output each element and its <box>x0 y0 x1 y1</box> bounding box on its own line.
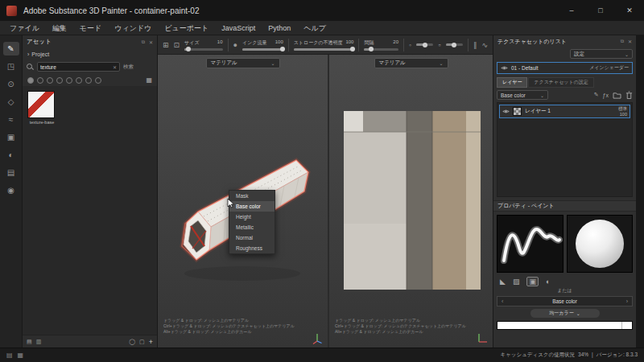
paint-tool-icon[interactable]: ✎ <box>3 42 19 56</box>
filter-smart-masks-icon[interactable] <box>56 77 63 84</box>
menu-python[interactable]: Python <box>262 21 297 35</box>
log-icon[interactable]: ▤ <box>6 352 13 359</box>
filter-materials-icon[interactable] <box>37 77 43 84</box>
eraser-tool-icon[interactable]: ◳ <box>3 60 19 73</box>
settings-dropdown[interactable]: 設定 ⌄ <box>570 49 633 59</box>
jitter-icon[interactable]: ▫ <box>438 41 440 49</box>
grid-view-icon[interactable]: ▦ <box>146 76 152 84</box>
menu-item-metallic[interactable]: Metallic <box>229 222 275 232</box>
menu-item-base-color[interactable]: Base color <box>229 201 275 212</box>
add-asset-button[interactable]: + <box>149 338 153 346</box>
minimize-button[interactable]: – <box>557 0 586 21</box>
list-view-icon[interactable]: ▤ <box>27 339 32 345</box>
filter-filters-icon[interactable] <box>66 77 72 84</box>
jitter-slider[interactable] <box>446 43 463 46</box>
menu-javascript[interactable]: JavaScript <box>215 21 262 35</box>
angle-icon[interactable]: ◦ <box>409 41 411 49</box>
menu-item-mask[interactable]: Mask <box>229 191 275 201</box>
uv-texture-view[interactable] <box>329 55 493 348</box>
trash-icon[interactable] <box>625 91 633 100</box>
filter-smart-materials-icon[interactable] <box>47 77 53 84</box>
brush-stroke-preview[interactable] <box>497 215 564 273</box>
layer-row[interactable]: レイヤー 1 標準 100 <box>499 105 630 118</box>
spacing-slider[interactable] <box>364 48 398 51</box>
particles-tool-icon[interactable]: ◉ <box>3 183 19 197</box>
menu-window[interactable]: ウィンドウ <box>108 21 158 35</box>
viewport-3d-material-dropdown[interactable]: マテリアル ⌄ <box>206 58 280 68</box>
uniform-color-dropdown[interactable]: 均一カラー ⌄ <box>530 309 600 318</box>
close-button[interactable]: ✕ <box>615 0 644 21</box>
stamp-preview-icon[interactable]: ⊡ <box>174 41 180 49</box>
texture-set-row[interactable]: 01 - Default メインシェーダー <box>497 62 633 74</box>
dock-icon[interactable]: ⧉ <box>142 39 145 45</box>
menu-item-roughness[interactable]: Roughness <box>229 243 275 253</box>
smudge-tool-icon[interactable]: ≈ <box>3 113 19 126</box>
brush-tip-icon[interactable]: ◣ <box>500 278 506 286</box>
refresh-icon[interactable]: ◯ <box>129 339 135 345</box>
add-effect-icon[interactable]: ƒx <box>603 93 609 98</box>
expand-icon[interactable]: ▢ <box>139 339 145 345</box>
layer-thumbnail[interactable] <box>513 107 522 116</box>
blend-mode[interactable]: 標準 <box>618 106 627 111</box>
spacing-value: 20 <box>393 39 398 47</box>
asset-item[interactable]: texture-base <box>27 91 152 125</box>
channel-dropdown[interactable]: Base color ⌄ <box>497 90 548 100</box>
stroke-mode-icon[interactable]: ▣ <box>526 277 539 286</box>
add-folder-icon[interactable] <box>613 92 621 99</box>
material-preview[interactable] <box>567 215 634 273</box>
clone-tool-icon[interactable]: ▣ <box>3 130 19 144</box>
viewport-3d[interactable]: マテリアル ⌄ <box>158 55 328 348</box>
asset-thumbnail[interactable] <box>27 91 55 118</box>
search-input[interactable] <box>40 64 111 70</box>
card-view-icon[interactable]: ▥ <box>36 339 42 345</box>
geometry-mask-tool-icon[interactable]: ▤ <box>3 166 19 179</box>
next-channel-icon[interactable]: › <box>626 298 628 304</box>
quick-slot-icon[interactable]: ⊞ <box>163 41 169 49</box>
menu-item-height[interactable]: Height <box>229 212 275 222</box>
viewport-2d-material-dropdown[interactable]: マテリアル ⌄ <box>374 58 448 68</box>
layer-opacity[interactable]: 100 <box>620 112 627 117</box>
brush-dot-icon[interactable]: ● <box>233 41 237 49</box>
filter-alphas-icon[interactable] <box>85 77 92 84</box>
filter-brushes-icon[interactable] <box>76 77 82 84</box>
angle-slider[interactable] <box>416 43 433 46</box>
menu-viewport[interactable]: ビューポート <box>158 21 215 35</box>
stencil-icon[interactable]: ▨ <box>513 278 520 286</box>
menu-item-normal[interactable]: Normal <box>229 232 275 243</box>
material-mode-icon[interactable]: ◐ <box>546 278 550 286</box>
add-paint-layer-icon[interactable]: ✎ <box>594 92 599 98</box>
menu-help[interactable]: ヘルプ <box>297 21 332 35</box>
flow-slider[interactable] <box>242 48 283 51</box>
clear-search-icon[interactable]: ✕ <box>113 64 117 70</box>
layout-icon[interactable]: ▦ <box>18 352 24 359</box>
search-field[interactable]: ✕ <box>37 62 120 72</box>
projection-tool-icon[interactable]: ⊙ <box>3 77 19 91</box>
material-picker-tool-icon[interactable]: ◐ <box>3 148 19 162</box>
menu-file[interactable]: ファイル <box>3 21 46 35</box>
eye-icon[interactable] <box>502 109 510 114</box>
polygon-fill-tool-icon[interactable]: ◇ <box>3 95 19 109</box>
viewport-2d[interactable]: マテリアル ⌄ ドラッグ & ドロップ: メッシュ上のマテリアル Ctrl+ドラ… <box>329 55 493 348</box>
color-swatch[interactable] <box>497 321 633 330</box>
maximize-button[interactable]: □ <box>586 0 615 21</box>
filter-all-icon[interactable] <box>27 77 34 84</box>
lazy-mouse-icon[interactable]: ∿ <box>481 41 488 49</box>
channel-selector-bar[interactable]: ‹ Base color › <box>497 296 633 306</box>
close-panel-icon[interactable]: ✕ <box>149 39 153 45</box>
close-panel-icon[interactable]: ✕ <box>628 39 632 44</box>
channel-selector-label: Base color <box>552 298 577 304</box>
prev-channel-icon[interactable]: ‹ <box>502 298 503 304</box>
size-slider[interactable] <box>184 48 222 51</box>
eye-icon[interactable] <box>501 65 508 71</box>
search-action-label[interactable]: 検索 <box>123 64 134 71</box>
stroke-opacity-slider[interactable] <box>294 48 354 51</box>
dock-icon[interactable]: ⧉ <box>621 39 624 44</box>
menu-edit[interactable]: 編集 <box>46 21 73 35</box>
tab-texture-set-settings[interactable]: テクスチャセットの設定 <box>528 77 593 88</box>
project-row[interactable]: › Project <box>23 48 157 60</box>
tab-layers[interactable]: レイヤー <box>497 77 527 88</box>
shader-label[interactable]: メインシェーダー <box>589 64 629 72</box>
menu-mode[interactable]: モード <box>73 21 108 35</box>
symmetry-icon[interactable]: ∥ <box>473 41 477 49</box>
filter-textures-icon[interactable] <box>95 77 101 84</box>
